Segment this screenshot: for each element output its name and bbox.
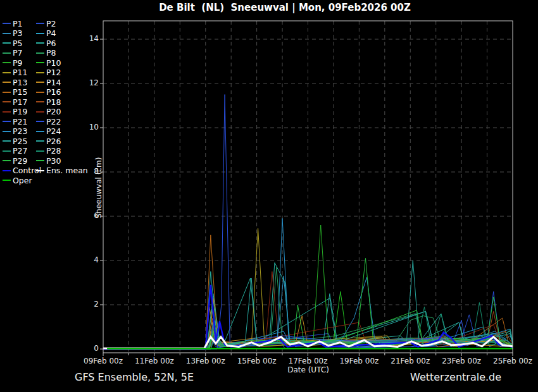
x-tick-label: 25Feb 00z: [486, 357, 538, 365]
x-tick-label: 23Feb 00z: [435, 357, 488, 365]
x-tick-label: 21Feb 00z: [384, 357, 437, 365]
y-tick-label: 12: [71, 78, 99, 87]
model-info-text: GFS Ensemble, 52N, 5E: [75, 371, 194, 383]
site-branding-text: Wetterzentrale.de: [410, 371, 501, 383]
x-tick-label: 13Feb 00z: [179, 357, 232, 365]
wetterzentrale-ensemble-chart: De Bilt (NL) Sneeuwval | Mon, 09Feb2026 …: [0, 0, 538, 392]
x-axis-label: Date (UTC): [270, 365, 346, 374]
y-tick-label: 4: [71, 255, 99, 264]
x-tick-label: 15Feb 00z: [230, 357, 284, 365]
y-tick-label: 10: [71, 123, 99, 132]
x-tick-label: 09Feb 00z: [77, 357, 130, 365]
x-tick-label: 17Feb 00z: [282, 357, 335, 365]
y-tick-label: 0: [71, 344, 99, 353]
ensemble-plot: [0, 0, 538, 392]
y-tick-label: 14: [71, 34, 99, 43]
y-tick-label: 8: [71, 167, 99, 176]
y-tick-label: 2: [71, 300, 99, 309]
x-tick-label: 11Feb 00z: [128, 357, 181, 365]
x-tick-label: 19Feb 00z: [332, 357, 385, 365]
y-tick-label: 6: [71, 211, 99, 220]
